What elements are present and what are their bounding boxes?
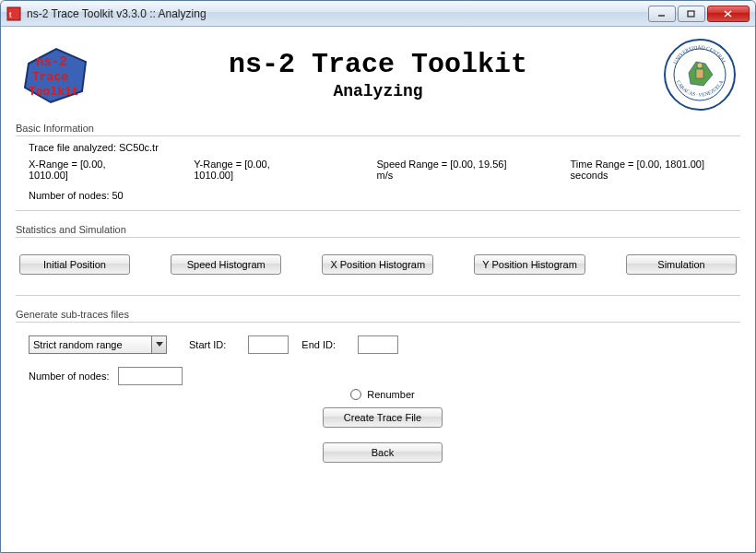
end-id-input[interactable] — [358, 335, 398, 354]
start-id-input[interactable] — [248, 335, 289, 354]
renumber-label: Renumber — [367, 389, 414, 400]
x-range-text: X-Range = [0.00, 1010.00] — [29, 159, 142, 181]
stats-section-label: Statistics and Simulation — [16, 224, 740, 235]
minimize-button[interactable] — [648, 6, 676, 22]
svg-text:Trace: Trace — [32, 70, 68, 84]
create-trace-file-button[interactable]: Create Trace File — [323, 407, 443, 428]
num-nodes-text: Number of nodes: 50 — [29, 190, 737, 201]
num-nodes-input[interactable] — [118, 367, 183, 385]
basic-info-panel: Trace file analyzed: SC50c.tr X-Range = … — [16, 135, 740, 211]
svg-text:Toolkit: Toolkit — [29, 85, 79, 99]
svg-text:ns-2: ns-2 — [36, 54, 67, 69]
university-seal: UNIVERSIDAD CENTRAL CARACAS · VENEZUELA — [663, 38, 737, 112]
page-subtitle: Analyzing — [93, 82, 663, 100]
svg-marker-16 — [156, 342, 163, 347]
stats-panel: Initial Position Speed Histogram X Posit… — [16, 237, 740, 296]
y-position-histogram-button[interactable]: Y Position Histogram — [474, 254, 585, 275]
time-range-text: Time Range = [0.00, 1801.00] seconds — [571, 159, 737, 181]
close-button[interactable] — [707, 6, 750, 22]
initial-position-button[interactable]: Initial Position — [19, 254, 130, 275]
renumber-radio[interactable] — [350, 389, 361, 400]
titlebar[interactable]: t ns-2 Trace Toolkit v3.3.0 :: Analyzing — [1, 1, 755, 27]
app-logo: ns-2 Trace Toolkit — [19, 45, 93, 104]
maximize-button[interactable] — [678, 6, 705, 22]
svg-point-15 — [697, 63, 703, 68]
speed-range-text: Speed Range = [0.00, 19.56] m/s — [376, 159, 518, 181]
svg-rect-14 — [696, 69, 703, 78]
end-id-label: End ID: — [301, 339, 336, 350]
dropdown-selected: Strict random range — [33, 339, 123, 350]
basic-info-label: Basic Information — [16, 123, 740, 134]
generate-section-label: Generate sub-traces files — [16, 309, 740, 320]
x-position-histogram-button[interactable]: X Position Histogram — [322, 254, 433, 275]
svg-rect-3 — [688, 11, 694, 17]
generate-panel: Strict random range Start ID: End ID: Nu… — [16, 322, 740, 468]
range-mode-dropdown[interactable]: Strict random range — [29, 335, 167, 354]
trace-file-text: Trace file analyzed: SC50c.tr — [29, 142, 737, 153]
window-title: ns-2 Trace Toolkit v3.3.0 :: Analyzing — [27, 7, 648, 20]
speed-histogram-button[interactable]: Speed Histogram — [171, 254, 281, 275]
app-icon: t — [6, 6, 21, 21]
num-nodes-label: Number of nodes: — [29, 371, 109, 382]
back-button[interactable]: Back — [323, 442, 443, 463]
chevron-down-icon[interactable] — [151, 336, 166, 353]
start-id-label: Start ID: — [189, 339, 226, 350]
simulation-button[interactable]: Simulation — [626, 254, 737, 275]
y-range-text: Y-Range = [0.00, 1010.00] — [194, 159, 306, 181]
page-title: ns-2 Trace Toolkit — [93, 49, 663, 80]
